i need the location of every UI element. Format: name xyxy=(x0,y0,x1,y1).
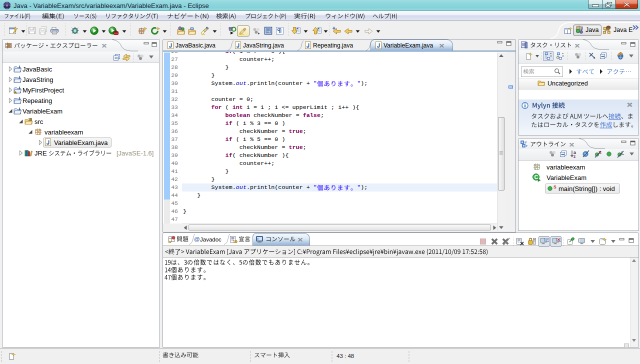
svg-text:C: C xyxy=(534,174,538,180)
svg-text:z: z xyxy=(574,154,576,158)
